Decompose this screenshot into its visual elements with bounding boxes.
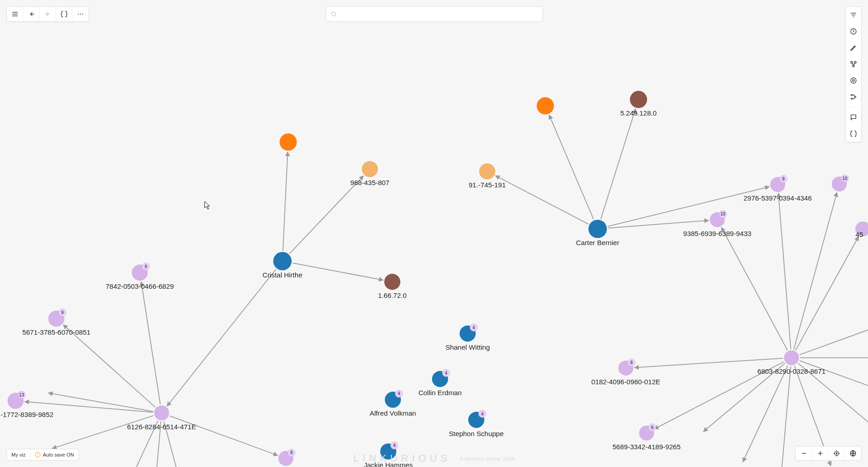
forward-button[interactable] bbox=[40, 7, 56, 21]
node-label: 91.-745-191 bbox=[469, 181, 506, 189]
graph-node[interactable]: 97842-0503-0466-6829 bbox=[105, 263, 174, 290]
graph-edge[interactable] bbox=[634, 358, 783, 367]
node-badge-text: 8 bbox=[290, 450, 293, 455]
graph-node[interactable]: 91.-745-191 bbox=[469, 163, 506, 189]
zoom-out-button[interactable] bbox=[796, 447, 812, 460]
graph-edge[interactable] bbox=[283, 152, 288, 251]
node-label: 1.66.72.0 bbox=[378, 291, 406, 299]
graph-node[interactable]: 4Jackie Hammes bbox=[364, 442, 413, 467]
graph-node[interactable]: 4Stephon Schuppe bbox=[449, 410, 504, 437]
filter-icon bbox=[850, 11, 857, 19]
autosave-indicator[interactable]: Auto save ON bbox=[30, 449, 78, 460]
node-label: 9385-6939-6389-9433 bbox=[683, 230, 752, 237]
graph-edge[interactable] bbox=[608, 221, 709, 228]
back-button[interactable] bbox=[23, 7, 40, 21]
globe-button[interactable] bbox=[845, 447, 861, 460]
graph-node[interactable]: 6126-8284-6514-471E bbox=[127, 406, 196, 431]
svg-point-46 bbox=[851, 98, 853, 100]
node-label: 6126-8284-6514-471E bbox=[127, 423, 196, 431]
svg-point-42 bbox=[851, 78, 856, 83]
settings-graph-button[interactable] bbox=[846, 89, 861, 105]
graph-edge[interactable] bbox=[48, 393, 153, 412]
graph-node[interactable]: 109385-6939-6389-9433 bbox=[683, 211, 752, 237]
node-badge-text: 4 bbox=[481, 412, 484, 417]
top-left-toolbar bbox=[6, 6, 89, 22]
svg-point-3 bbox=[362, 161, 378, 177]
graph-edge[interactable] bbox=[800, 361, 868, 397]
graph-canvas[interactable]: Cristal HirtheCarter Bernier968-435-8071… bbox=[0, 0, 868, 467]
search-icon bbox=[331, 11, 337, 17]
graph-edge[interactable] bbox=[601, 109, 635, 219]
graph-edge[interactable] bbox=[778, 193, 791, 349]
graph-edge[interactable] bbox=[290, 176, 364, 254]
graph-node[interactable]: Carter Bernier bbox=[576, 220, 619, 246]
graph-edge[interactable] bbox=[722, 227, 788, 350]
edit-button[interactable] bbox=[846, 40, 861, 56]
node-badge-text: 9 bbox=[782, 176, 785, 181]
graph-node[interactable] bbox=[537, 97, 554, 115]
graph-node[interactable] bbox=[280, 133, 297, 151]
locate-button[interactable] bbox=[828, 447, 845, 460]
graph-edge[interactable] bbox=[495, 176, 588, 224]
graph-node[interactable]: 95671-3785-6070-0851 bbox=[22, 309, 90, 336]
clock-icon bbox=[850, 28, 857, 35]
autosave-text: Auto save ON bbox=[43, 452, 74, 457]
graph-node[interactable]: 10 bbox=[832, 175, 848, 191]
graph-node[interactable]: 4Shanel Witting bbox=[446, 324, 490, 351]
graph-node[interactable]: 45 bbox=[855, 221, 868, 238]
graph-node[interactable]: Cristal Hirthe bbox=[262, 252, 302, 279]
graph-node[interactable]: 1.66.72.0 bbox=[378, 274, 406, 299]
graph-edge[interactable] bbox=[796, 236, 858, 350]
graph-edge[interactable] bbox=[794, 192, 837, 349]
filter-button[interactable] bbox=[846, 7, 861, 23]
graph-edge[interactable] bbox=[167, 269, 276, 406]
history-button[interactable] bbox=[846, 23, 861, 40]
node-label: 7842-0503-0466-6829 bbox=[105, 282, 174, 290]
cluster-button[interactable] bbox=[846, 56, 861, 72]
svg-point-31 bbox=[80, 14, 81, 15]
graph-edge[interactable] bbox=[608, 187, 769, 226]
graph-node[interactable]: 95689-3342-4189-9265 bbox=[612, 424, 681, 451]
code-brackets-button[interactable] bbox=[56, 7, 72, 21]
svg-point-32 bbox=[82, 14, 83, 15]
brackets-right-button[interactable] bbox=[846, 126, 861, 142]
node-badge-text: 4 bbox=[393, 443, 396, 448]
search-container bbox=[326, 6, 543, 22]
graph-node[interactable]: 4Collin Erdman bbox=[418, 369, 462, 397]
graph-node[interactable]: 80182-4096-0960-012E bbox=[592, 359, 661, 386]
node-label: 45 bbox=[856, 231, 863, 238]
graph-edge[interactable] bbox=[293, 263, 383, 280]
graph-edge[interactable] bbox=[170, 416, 278, 456]
graph-edge[interactable] bbox=[63, 325, 155, 407]
graph-node[interactable]: 13-1772-8389-9852 bbox=[0, 391, 53, 418]
node-badge-text: 4 bbox=[398, 391, 401, 396]
brackets-icon bbox=[60, 10, 68, 18]
comment-button[interactable] bbox=[846, 109, 861, 126]
svg-point-7 bbox=[630, 91, 647, 108]
graph-node[interactable]: 5.249.128.0 bbox=[620, 91, 657, 117]
node-badge-text: 4 bbox=[472, 325, 475, 330]
graph-node[interactable]: 4Alfred Volkman bbox=[370, 390, 416, 417]
more-button[interactable] bbox=[72, 7, 89, 21]
target-icon bbox=[833, 450, 840, 457]
graph-edge[interactable] bbox=[141, 282, 161, 405]
graph-node[interactable]: 6803-8290-0328-8671 bbox=[758, 350, 826, 375]
viz-name-label[interactable]: My viz bbox=[7, 449, 30, 460]
zoom-in-button[interactable] bbox=[812, 447, 828, 460]
search-input[interactable] bbox=[337, 11, 538, 18]
node-label: 2976-5397-0394-4346 bbox=[743, 194, 812, 202]
graph-edge[interactable] bbox=[782, 367, 791, 467]
node-label: 968-435-807 bbox=[350, 179, 389, 186]
nodes-icon bbox=[850, 60, 857, 68]
graph-node[interactable]: 92976-5397-0394-4346 bbox=[743, 175, 812, 202]
graph-node[interactable]: 8 bbox=[278, 449, 295, 466]
graph-edge[interactable] bbox=[549, 115, 594, 220]
menu-button[interactable] bbox=[7, 7, 23, 21]
graph-edge[interactable] bbox=[52, 416, 154, 448]
graph-node[interactable]: 968-435-807 bbox=[350, 161, 389, 186]
svg-point-11 bbox=[154, 406, 169, 421]
eye-icon bbox=[850, 77, 857, 84]
node-label: Collin Erdman bbox=[418, 389, 462, 397]
svg-point-1 bbox=[588, 220, 607, 238]
eye-button[interactable] bbox=[846, 72, 861, 89]
